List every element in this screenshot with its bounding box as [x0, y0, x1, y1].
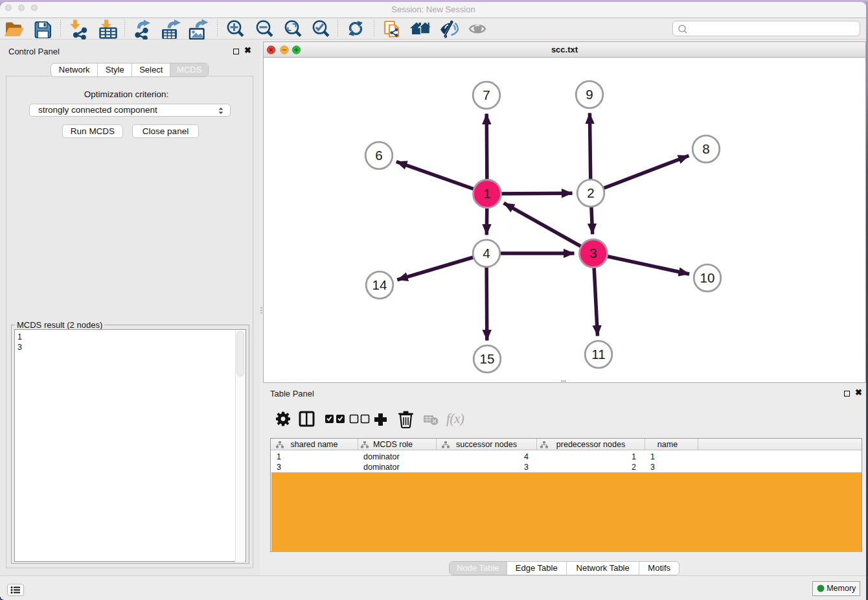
svg-text:15: 15 [480, 351, 495, 366]
svg-text:7: 7 [483, 87, 490, 102]
svg-text:4: 4 [483, 246, 490, 260]
svg-text:8: 8 [702, 141, 709, 156]
svg-text:1: 1 [483, 186, 490, 201]
svg-text:10: 10 [700, 270, 715, 285]
svg-text:3: 3 [589, 246, 597, 260]
svg-text:2: 2 [587, 185, 594, 200]
svg-text:6: 6 [375, 148, 382, 163]
svg-text:f(x): f(x) [446, 411, 464, 426]
svg-text:14: 14 [372, 277, 387, 292]
svg-text:11: 11 [591, 347, 605, 362]
svg-text:9: 9 [586, 87, 593, 102]
